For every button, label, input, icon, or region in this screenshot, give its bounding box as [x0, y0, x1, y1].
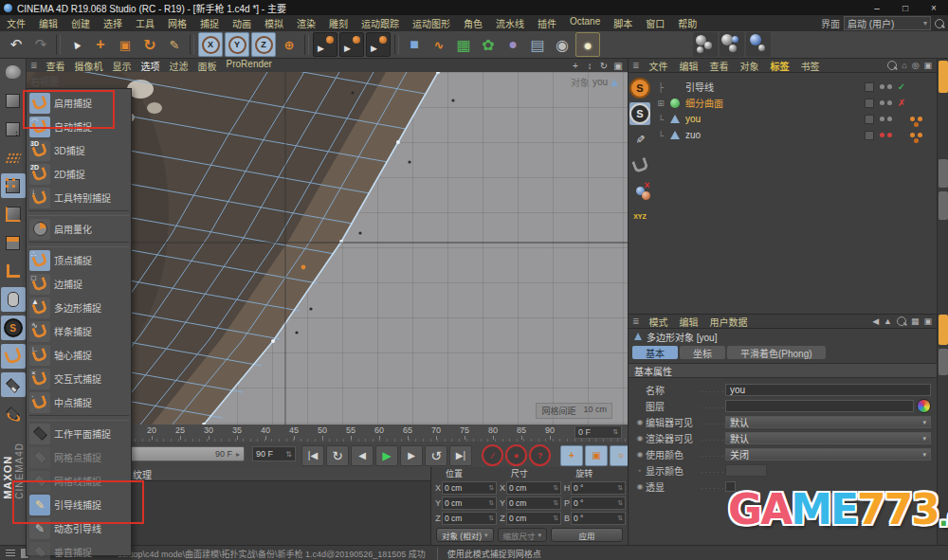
- menu-mograph[interactable]: 运动图形: [406, 16, 457, 30]
- am-menu-userdata[interactable]: 用户数据: [704, 315, 754, 329]
- am-burger-icon[interactable]: ≣: [629, 316, 644, 326]
- points-mode-icon[interactable]: [1, 173, 26, 198]
- snap-perpendicular-item[interactable]: 垂直捕捉: [27, 540, 131, 560]
- vp-pan-icon[interactable]: +: [570, 61, 581, 71]
- menu-mesh[interactable]: 网格: [161, 16, 193, 30]
- coord-field[interactable]: 0 cm⇅: [442, 497, 497, 510]
- coord-field[interactable]: 0 °⇅: [571, 481, 626, 495]
- object-tags[interactable]: [908, 82, 933, 92]
- layer-toggle[interactable]: [865, 115, 874, 124]
- workplane-lock-icon[interactable]: [1, 372, 26, 397]
- snap-menu-separator[interactable]: [28, 242, 129, 247]
- coord-field[interactable]: 0 cm⇅: [442, 481, 497, 495]
- record-keyframe-button[interactable]: ∕: [482, 444, 503, 466]
- tab-phong[interactable]: 平滑着色(Phong): [727, 346, 826, 359]
- viewport-solo-icon[interactable]: [1, 287, 26, 312]
- frame-stepper-icon[interactable]: ⇅: [285, 450, 292, 459]
- apply-button[interactable]: 应用: [551, 528, 623, 542]
- vp-menu-cameras[interactable]: 摄像机: [70, 59, 108, 73]
- object-name[interactable]: 细分曲面: [685, 96, 723, 110]
- coord-field[interactable]: 0 cm⇅: [506, 497, 561, 510]
- subdivision-surface-button[interactable]: ▦: [452, 33, 475, 56]
- menu-file[interactable]: 文件: [0, 16, 32, 30]
- light-button[interactable]: ●: [575, 32, 600, 57]
- menu-window[interactable]: 窗口: [639, 16, 671, 30]
- field-control[interactable]: ▾: [725, 400, 931, 412]
- tree-expander[interactable]: └: [653, 115, 668, 124]
- field-prefix-icon[interactable]: ◉: [634, 450, 646, 459]
- texture-mode-icon[interactable]: [1, 117, 26, 141]
- close-button[interactable]: ×: [920, 0, 948, 15]
- render-visibility-dot[interactable]: [887, 100, 892, 105]
- environment-button[interactable]: ▤: [526, 33, 549, 56]
- interface-select[interactable]: 启动 (用户) ▾: [844, 16, 931, 30]
- axis-xyz-icon[interactable]: XYZ: [629, 205, 650, 227]
- mograph-button[interactable]: ✿: [477, 33, 500, 56]
- render-settings-button[interactable]: [339, 32, 364, 57]
- move-icon[interactable]: +: [89, 33, 112, 56]
- am-menu-edit[interactable]: 编辑: [674, 315, 704, 329]
- quantize-enable-item[interactable]: 启用量化: [27, 217, 131, 241]
- am-up-icon[interactable]: ▲: [884, 316, 892, 326]
- editor-visibility-dot[interactable]: [880, 133, 884, 137]
- snap-guide-item[interactable]: 引导线捕捉: [27, 493, 131, 516]
- layer-toggle[interactable]: [865, 82, 874, 92]
- playbar-gap[interactable]: [553, 446, 558, 465]
- field-control[interactable]: ▾: [725, 464, 931, 477]
- vp-rotate-icon[interactable]: ↻: [598, 61, 610, 71]
- minimize-button[interactable]: –: [863, 0, 891, 15]
- spheres-delete-icon[interactable]: [629, 179, 650, 202]
- workplane-mode-icon[interactable]: [1, 145, 26, 170]
- dynamic-guides-item[interactable]: 动态引导线: [27, 516, 131, 540]
- menu-help[interactable]: 帮助: [671, 16, 703, 30]
- render-view-button[interactable]: [313, 32, 337, 57]
- om-layout-icon[interactable]: ▣: [923, 61, 932, 70]
- object-row-zuo[interactable]: └ zuo: [653, 127, 933, 143]
- workplane-swirl-icon[interactable]: [1, 401, 26, 425]
- object-axis-mode-icon[interactable]: [1, 259, 26, 283]
- snap-gridline-item[interactable]: 网格线捕捉: [27, 469, 131, 493]
- last-tool-icon[interactable]: ✎: [163, 33, 186, 56]
- snap-polygon-item[interactable]: ▲ 多边形捕捉: [27, 296, 131, 319]
- snap-interactive-item[interactable]: × 交互式捕捉: [27, 367, 131, 390]
- menu-script[interactable]: 脚本: [607, 16, 639, 30]
- material-preset-blue-icon[interactable]: [746, 32, 771, 57]
- om-burger-icon[interactable]: ≣: [629, 61, 644, 70]
- coord-field[interactable]: 0 cm⇅: [442, 512, 497, 525]
- snap-menu-separator[interactable]: [28, 415, 129, 421]
- om-home-icon[interactable]: ⌂: [902, 61, 906, 70]
- prev-frame-button[interactable]: ◀: [351, 445, 374, 466]
- snap-auto-item[interactable]: ◠ 自动捕捉: [27, 115, 131, 138]
- menu-snap[interactable]: 捕捉: [193, 16, 226, 30]
- tree-expander[interactable]: └: [653, 131, 668, 140]
- om-menu-objects[interactable]: 对象: [735, 59, 765, 73]
- vp-menu-panel[interactable]: 面板: [193, 59, 222, 73]
- field-control[interactable]: 默认 ▾: [725, 416, 931, 428]
- object-tags[interactable]: [908, 99, 933, 108]
- vp-maximize-icon[interactable]: ▣: [612, 61, 624, 71]
- goto-start-button[interactable]: |◀: [301, 445, 324, 466]
- playbar-gap[interactable]: [474, 446, 480, 465]
- vp-menu-display[interactable]: 显示: [108, 59, 137, 73]
- menu-octane[interactable]: Octane: [563, 16, 607, 30]
- om-menu-tags[interactable]: 标签: [765, 59, 795, 73]
- dock-tab[interactable]: [939, 159, 948, 188]
- field-prefix-icon[interactable]: ▪: [634, 466, 646, 475]
- snap-gridpoint-item[interactable]: 网格点捕捉: [27, 445, 131, 469]
- loop-button[interactable]: ↻: [326, 445, 349, 466]
- menu-pipeline[interactable]: 流水线: [489, 16, 531, 30]
- menu-motion-tracker[interactable]: 运动跟踪: [355, 16, 406, 30]
- camera-button[interactable]: ◉: [551, 33, 574, 56]
- simulation-icon[interactable]: S: [1, 316, 26, 340]
- viewport-view-label[interactable]: 右视图: [30, 74, 59, 88]
- lock-z-button[interactable]: Z: [251, 32, 276, 57]
- field-control[interactable]: 关闭 ▾: [725, 448, 931, 461]
- menu-simulate[interactable]: 模拟: [258, 16, 290, 30]
- play-button[interactable]: ▶: [375, 445, 398, 466]
- menu-sculpt[interactable]: 雕刻: [322, 16, 355, 30]
- menu-tools[interactable]: 工具: [129, 16, 161, 30]
- snap-midpoint-item[interactable]: · 中点捕捉: [27, 390, 131, 414]
- editor-visibility-dot[interactable]: [880, 84, 884, 89]
- snap-spline-item[interactable]: ∿ 样条捕捉: [27, 319, 131, 343]
- keyframe-selection-button[interactable]: ?: [529, 444, 551, 466]
